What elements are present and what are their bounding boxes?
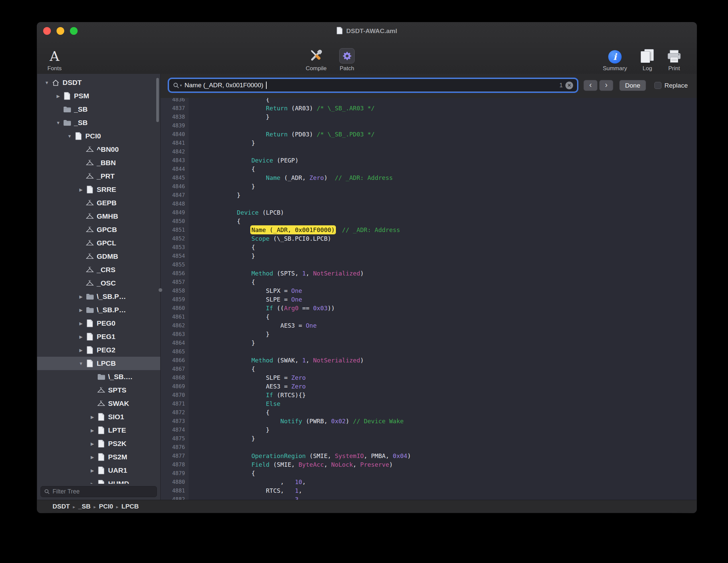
replace-checkbox[interactable] xyxy=(654,82,661,89)
code-text[interactable] xyxy=(189,147,193,156)
tree-item-srre[interactable]: ▶SRRE xyxy=(37,183,160,196)
fonts-button[interactable]: A Fonts xyxy=(40,40,69,72)
code-text[interactable]: } xyxy=(189,139,255,147)
disclosure-triangle[interactable]: ▶ xyxy=(77,334,85,339)
code-text[interactable]: RTCS, 1, xyxy=(189,486,302,495)
tree-item-gpcl[interactable]: GPCL xyxy=(37,236,160,250)
splitter-handle[interactable] xyxy=(159,288,162,292)
done-button[interactable]: Done xyxy=(619,80,646,91)
code-text[interactable]: , 10, xyxy=(189,478,306,486)
tree-item-bbn[interactable]: _BBN xyxy=(37,156,160,170)
code-text[interactable]: } xyxy=(189,252,255,260)
tree-item-psm[interactable]: ▶PSM xyxy=(37,89,160,103)
code-text[interactable]: { xyxy=(189,469,255,478)
code-text[interactable]: Return (PD03) /* \_SB_.PD03 */ xyxy=(189,130,375,139)
disclosure-triangle[interactable]: ▶ xyxy=(54,94,63,99)
code-text[interactable]: } xyxy=(189,113,270,121)
tree-item-gmhb[interactable]: GMHB xyxy=(37,210,160,223)
disclosure-triangle[interactable]: ▼ xyxy=(77,361,85,366)
disclosure-triangle[interactable]: ▶ xyxy=(88,441,97,446)
code-text[interactable]: , 3, xyxy=(189,495,302,500)
disclosure-triangle[interactable]: ▶ xyxy=(77,294,85,299)
tree-item-sb[interactable]: \_SB.… xyxy=(37,370,160,383)
find-previous-button[interactable]: ‹ xyxy=(583,80,598,91)
code-text[interactable]: Field (SMIE, ByteAcc, NoLock, Preserve) xyxy=(189,460,393,469)
code-text[interactable]: Name (_ADR, 0x001F0000) // _ADR: Address xyxy=(189,226,400,234)
code-text[interactable]: } xyxy=(189,191,241,200)
disclosure-triangle[interactable]: ▶ xyxy=(88,415,97,420)
tree-item-peg1[interactable]: ▶PEG1 xyxy=(37,330,160,343)
code-text[interactable] xyxy=(189,347,193,356)
code-text[interactable]: { xyxy=(189,278,255,287)
tree-item-spts[interactable]: SPTS xyxy=(37,383,160,397)
code-text[interactable]: { xyxy=(189,217,241,226)
code-text[interactable]: If ((Arg0 == 0x03)) xyxy=(189,304,335,313)
code-text[interactable]: } xyxy=(189,339,255,347)
disclosure-triangle[interactable]: ▶ xyxy=(88,481,97,484)
code-text[interactable]: { xyxy=(189,165,255,174)
code-text[interactable]: SLPE = One xyxy=(189,295,302,304)
code-text[interactable]: Name (_ADR, Zero) // _ADR: Address xyxy=(189,174,393,182)
code-editor[interactable]: 4836 {4837 Return (AR03) /* \_SB_.AR03 *… xyxy=(161,98,697,500)
code-text[interactable]: } xyxy=(189,330,270,339)
patch-button[interactable]: Patch xyxy=(330,40,364,72)
find-next-button[interactable]: › xyxy=(599,80,613,91)
code-text[interactable]: SLPX = One xyxy=(189,287,302,295)
tree-item-dsdt[interactable]: ▼DSDT xyxy=(37,76,160,89)
tree-item-crs[interactable]: _CRS xyxy=(37,263,160,276)
search-scope-icon[interactable]: ▾ xyxy=(173,82,182,89)
disclosure-triangle[interactable]: ▶ xyxy=(77,187,85,192)
tree-item-sbp[interactable]: ▶\_SB.P… xyxy=(37,290,160,303)
disclosure-triangle[interactable]: ▶ xyxy=(77,308,85,313)
tree-item-gpcb[interactable]: GPCB xyxy=(37,223,160,236)
tree-item-uar1[interactable]: ▶UAR1 xyxy=(37,464,160,477)
code-text[interactable]: Device (LPCB) xyxy=(189,208,284,217)
code-text[interactable]: Return (AR03) /* \_SB_.AR03 */ xyxy=(189,104,375,113)
code-text[interactable]: AES3 = Zero xyxy=(189,382,306,391)
tree-item-lpte[interactable]: ▶LPTE xyxy=(37,424,160,437)
disclosure-triangle[interactable]: ▼ xyxy=(65,134,74,139)
code-text[interactable]: AES3 = One xyxy=(189,321,316,330)
code-text[interactable]: } xyxy=(189,434,255,443)
breadcrumb-item[interactable]: _SB xyxy=(78,503,91,510)
disclosure-triangle[interactable]: ▶ xyxy=(77,321,85,326)
breadcrumb-item[interactable]: LPCB xyxy=(121,503,139,510)
code-text[interactable]: Notify (PWRB, 0x02) // Device Wake xyxy=(189,417,404,426)
filter-tree-input[interactable]: Filter Tree xyxy=(40,486,157,497)
code-text[interactable] xyxy=(189,200,193,208)
code-text[interactable]: { xyxy=(189,365,255,373)
tree-item-pci0[interactable]: ▼PCI0 xyxy=(37,129,160,143)
clear-search-icon[interactable]: ✕ xyxy=(565,82,573,89)
disclosure-triangle[interactable]: ▼ xyxy=(42,80,51,85)
code-text[interactable]: Scope (\_SB.PCI0.LPCB) xyxy=(189,234,331,243)
code-text[interactable] xyxy=(189,260,193,269)
disclosure-triangle[interactable]: ▶ xyxy=(77,348,85,353)
disclosure-triangle[interactable]: ▶ xyxy=(88,455,97,460)
tree-item-sio1[interactable]: ▶SIO1 xyxy=(37,410,160,424)
summary-button[interactable]: i Summary xyxy=(595,40,635,72)
code-text[interactable]: Device (PEGP) xyxy=(189,156,298,165)
code-text[interactable]: { xyxy=(189,408,270,417)
code-text[interactable]: Method (SPTS, 1, NotSerialized) xyxy=(189,269,364,278)
tree-item-sb[interactable]: ▼_SB xyxy=(37,116,160,129)
code-text[interactable]: { xyxy=(189,243,255,252)
disclosure-triangle[interactable]: ▶ xyxy=(88,428,97,433)
code-text[interactable]: Else xyxy=(189,400,280,408)
tree-item-peg2[interactable]: ▶PEG2 xyxy=(37,343,160,357)
tree-item-lpcb[interactable]: ▼LPCB xyxy=(37,357,160,370)
tree-item-gepb[interactable]: GEPB xyxy=(37,196,160,210)
tree-item-sb[interactable]: _SB xyxy=(37,103,160,116)
tree-item-peg0[interactable]: ▶PEG0 xyxy=(37,317,160,330)
code-text[interactable]: If (RTCS){} xyxy=(189,391,306,400)
code-text[interactable]: } xyxy=(189,426,270,434)
breadcrumb-item[interactable]: DSDT xyxy=(53,503,70,510)
code-text[interactable] xyxy=(189,121,193,130)
code-text[interactable]: OperationRegion (SMIE, SystemIO, PMBA, 0… xyxy=(189,452,411,460)
sidebar-scrollbar[interactable] xyxy=(156,78,159,122)
code-text[interactable]: { xyxy=(189,98,270,104)
code-text[interactable]: { xyxy=(189,313,270,321)
tree-item-humd[interactable]: ▶HUMD xyxy=(37,477,160,484)
disclosure-triangle[interactable]: ▼ xyxy=(54,120,63,125)
find-input[interactable]: ▾ Name (_ADR, 0x001F0000) 1 ✕ xyxy=(169,79,577,92)
breadcrumb-item[interactable]: PCI0 xyxy=(99,503,113,510)
